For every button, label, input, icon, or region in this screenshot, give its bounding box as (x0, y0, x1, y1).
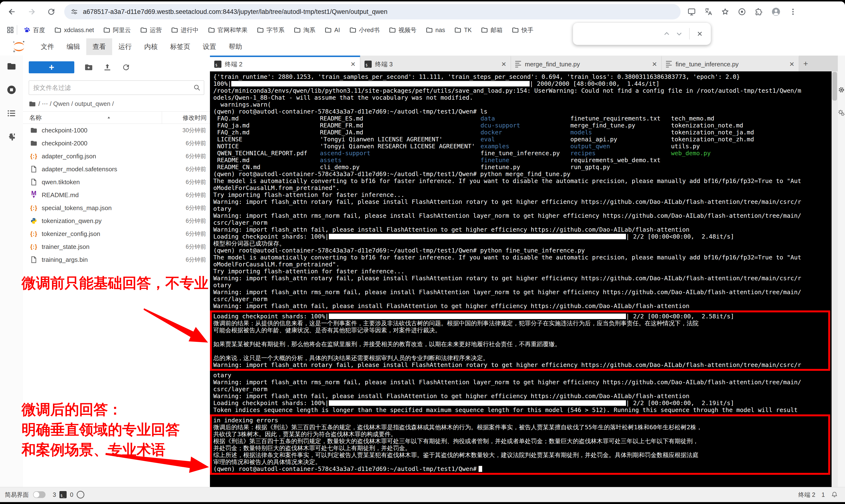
bookmark-item[interactable]: 字节系 (257, 26, 284, 34)
bookmark-item[interactable]: AI (325, 26, 340, 34)
avatar[interactable] (771, 7, 781, 17)
file-row[interactable]: tokenization_qwen.py6分钟前 (23, 214, 210, 227)
column-modified[interactable]: 修改时间 (162, 114, 210, 122)
terminal-line: 微调前的结果：从提供的信息来看，这是一个刑事案件，主要涉及非法砍伐古树的问题。根… (213, 320, 828, 327)
file-row[interactable]: qwen.tiktoken6分钟前 (23, 176, 210, 188)
file-row[interactable]: checkpoint-100030分钟前 (23, 124, 210, 137)
browser-menu-icon[interactable] (789, 8, 797, 16)
find-close-icon[interactable] (693, 28, 706, 40)
column-name[interactable]: 名称 (23, 113, 162, 122)
url-bar[interactable]: a678517-a3a7-d11e7d69.westb.seetacloud.c… (64, 4, 681, 19)
file-name: checkpoint-2000 (42, 140, 165, 147)
menu-标签页[interactable]: 标签页 (164, 38, 196, 55)
tab-fine_tune_inference.py[interactable]: fine_tune_inference.py✕ (662, 56, 799, 71)
bookmark-item[interactable]: 小red书 (350, 26, 380, 34)
bookmark-item[interactable]: xdclass.net (55, 26, 94, 34)
bookmark-item[interactable]: 百度 (23, 26, 45, 34)
bookmark-item[interactable]: 淘系 (294, 26, 315, 34)
screenshot-root: a678517-a3a7-d11e7d69.westb.seetacloud.c… (0, 0, 845, 504)
terminal-line: Warning: import flash_attn rotary fail, … (213, 275, 832, 282)
notification-count: 1 (822, 491, 825, 498)
scrollbar-thumb[interactable] (832, 72, 837, 101)
tab-close-icon[interactable]: ✕ (789, 60, 794, 68)
bookmark-item[interactable]: 阿里云 (104, 26, 131, 34)
tab-close-icon[interactable]: ✕ (652, 60, 657, 68)
extension-circle-icon[interactable] (738, 7, 746, 16)
home-folder-icon[interactable] (29, 101, 36, 108)
reading-mode-icon[interactable] (687, 7, 696, 16)
tab-终端-3[interactable]: $_终端 3✕ (360, 56, 511, 71)
running-kernels-icon[interactable] (0, 79, 23, 101)
property-inspector-gear-icon[interactable] (838, 87, 845, 93)
new-tab-button[interactable]: + (799, 56, 812, 71)
file-filter-box[interactable] (29, 80, 204, 95)
bookmark-item[interactable]: 邮箱 (481, 26, 503, 34)
simple-mode-toggle[interactable] (33, 491, 46, 498)
bookmark-item[interactable]: nas (426, 26, 445, 34)
bookmark-item[interactable]: 官网和苹果 (208, 26, 248, 34)
file-name: special_tokens_map.json (42, 204, 165, 212)
menu-文件[interactable]: 文件 (35, 38, 60, 55)
new-launcher-button[interactable]: + (29, 61, 74, 73)
debugger-gears-icon[interactable] (838, 110, 845, 116)
terminal-line: Warning: import flash_attn rms_norm fail… (213, 379, 832, 386)
bookmark-item[interactable]: TK (455, 26, 472, 34)
terminal-line: (qwen) root@autodl-container-578c43a3a7-… (213, 108, 832, 115)
forward-icon[interactable] (24, 4, 39, 19)
bookmark-item[interactable]: 进行中 (171, 26, 199, 34)
menu-list: 文件编辑查看运行内核标签页设置帮助 (35, 38, 248, 55)
kernel-count: 0 (70, 491, 73, 498)
tab-终端-2[interactable]: $_终端 2✕ (210, 56, 360, 71)
bookmark-label: 运营 (150, 26, 162, 34)
breadcrumb-path[interactable]: / ⋯ / Qwen / output_qwen / (38, 100, 114, 108)
annotation-after-finetune: 微调后的回答：明确垂直领域的专业回答和案例场景、专业术语 (21, 399, 180, 460)
file-row[interactable]: {:}trainer_state.json6分钟前 (23, 240, 210, 253)
file-name: adapter_config.json (42, 152, 165, 160)
bell-icon[interactable] (831, 491, 838, 498)
find-next-icon[interactable] (673, 28, 685, 40)
bookmark-item[interactable]: 运营 (140, 26, 162, 34)
bookmark-item[interactable]: 快手 (512, 26, 533, 34)
file-row[interactable]: {:}adapter_config.json6分钟前 (23, 150, 210, 163)
sort-asc-icon[interactable] (106, 115, 111, 120)
menu-查看[interactable]: 查看 (86, 38, 112, 55)
find-previous-icon[interactable] (661, 28, 673, 40)
browser-toolbar: a678517-a3a7-d11e7d69.westb.seetacloud.c… (0, 1, 845, 22)
tab-close-icon[interactable]: ✕ (501, 60, 506, 68)
file-browser-icon[interactable] (0, 56, 23, 77)
refresh-icon[interactable] (122, 63, 130, 72)
extension-manager-icon[interactable] (0, 126, 23, 147)
apps-grid-icon[interactable] (6, 26, 14, 34)
file-name: tokenizer_config.json (42, 230, 165, 238)
reload-icon[interactable] (43, 4, 59, 19)
translate-icon[interactable] (704, 7, 713, 16)
file-row[interactable]: checkpoint-20006分钟前 (23, 137, 210, 150)
bookmark-star-icon[interactable] (721, 7, 729, 16)
terminal-count: 3 (53, 491, 56, 498)
terminal-output[interactable]: {'train_runtime': 2880.1253, 'train_samp… (210, 71, 832, 487)
site-settings-icon[interactable] (70, 8, 78, 16)
menu-编辑[interactable]: 编辑 (60, 38, 86, 55)
new-folder-icon[interactable] (84, 63, 93, 72)
breadcrumb[interactable]: / ⋯ / Qwen / output_qwen / (29, 100, 204, 108)
tab-merge_find_tune.py[interactable]: merge_find_tune.py✕ (511, 56, 662, 71)
bookmark-item[interactable]: 视频号 (389, 26, 417, 34)
extensions-puzzle-icon[interactable] (754, 7, 763, 16)
menu-帮助[interactable]: 帮助 (223, 38, 248, 55)
menu-运行[interactable]: 运行 (112, 38, 138, 55)
file-row[interactable]: adapter_model.safetensors6分钟前 (23, 163, 210, 176)
file-row[interactable]: {:}special_tokens_map.json6分钟前 (23, 201, 210, 214)
find-bar[interactable] (573, 22, 711, 45)
running-counts[interactable]: 3 $_ 0 (53, 491, 84, 499)
menu-内核[interactable]: 内核 (138, 38, 164, 55)
upload-icon[interactable] (103, 63, 112, 72)
menu-设置[interactable]: 设置 (196, 38, 223, 55)
file-filter-input[interactable] (33, 84, 193, 92)
file-row[interactable]: {:}tokenizer_config.json6分钟前 (23, 227, 210, 240)
terminal-scrollbar[interactable] (832, 71, 838, 487)
table-of-contents-icon[interactable] (0, 103, 23, 124)
file-row[interactable]: M▼README.md6分钟前 (23, 188, 210, 201)
tab-close-icon[interactable]: ✕ (350, 60, 356, 68)
file-row[interactable]: training_args.bin6分钟前 (23, 253, 210, 266)
back-icon[interactable] (4, 4, 20, 19)
